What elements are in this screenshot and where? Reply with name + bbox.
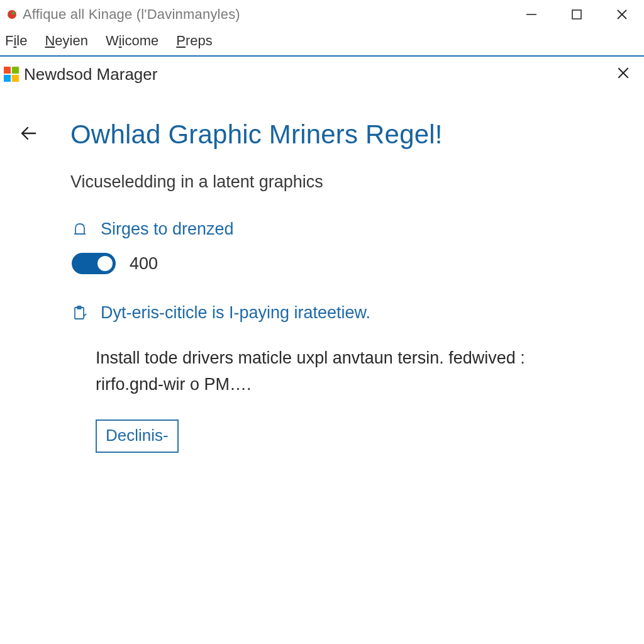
svg-rect-3 [572,10,581,19]
close-button[interactable] [611,4,633,25]
app-icon [6,9,18,20]
window-title: Affique all Kinage (l'Davinmanyles) [23,6,521,23]
setting-toggle[interactable] [72,253,116,274]
content-area: Owhlad Graphic Mriners Regel! Vicuseledd… [0,91,644,453]
status-row: Dyt-eris-citicle is I-paying irateetiew. [70,303,619,323]
toggle-value: 400 [130,254,158,274]
svg-point-1 [12,12,15,15]
maximize-button[interactable] [566,4,587,25]
menu-file[interactable]: File [5,33,27,49]
setting-label: Sirges to drenzed [101,219,234,239]
setting-row: Sirges to drenzed [70,219,619,239]
status-text: Dyt-eris-citicle is I-paying irateetiew. [101,303,370,323]
page-heading: Owhlad Graphic Mriners Regel! [70,119,619,150]
panel-title: Newdsod Marager [24,65,611,84]
panel-close-button[interactable] [611,63,635,86]
minimize-button[interactable] [521,4,542,25]
window-titlebar: Affique all Kinage (l'Davinmanyles) [0,0,644,29]
windows-logo-icon [4,67,19,82]
bell-icon [70,221,89,238]
panel-header: Newdsod Marager [0,57,644,91]
menu-wiicome[interactable]: Wiicome [106,33,158,49]
body-text: Install tode drivers maticle uxpl anvtau… [96,345,586,398]
back-button[interactable] [15,124,39,148]
toggle-row: 400 [70,253,619,274]
window-controls [521,4,640,25]
menu-bar: File Neyien Wiicome Preps [0,29,644,57]
clipboard-icon [70,305,89,321]
menu-neyien[interactable]: Neyien [45,33,87,49]
page-subtitle: Vicuseledding in a latent graphics [70,172,619,192]
svg-point-0 [8,10,16,19]
menu-preps[interactable]: Preps [176,33,212,49]
decline-button[interactable]: Declinis- [96,419,179,453]
